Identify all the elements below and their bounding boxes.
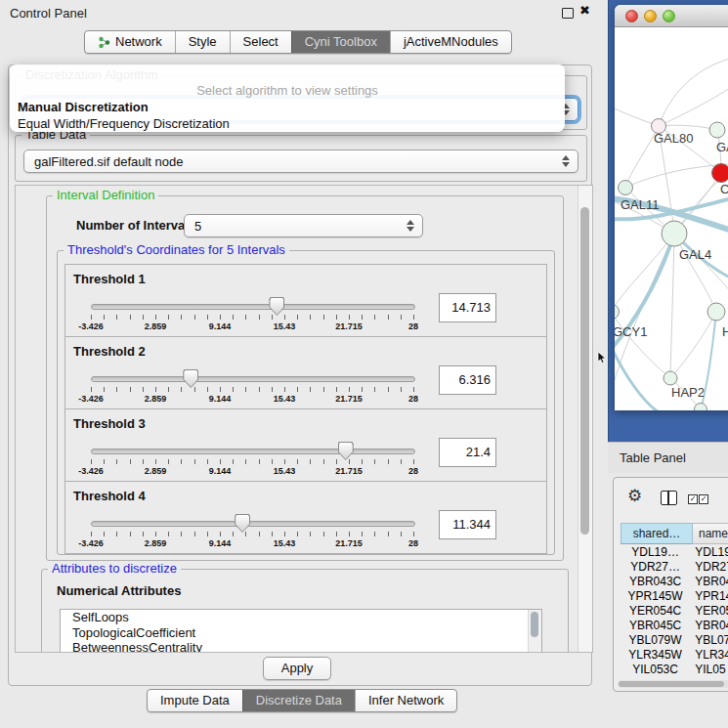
column-header-shared-name[interactable]: shared… (621, 523, 693, 544)
slider-thumb[interactable] (338, 442, 354, 460)
network-canvas[interactable]: GAL80 GA C GAL11 GAL4 GCY1 H HAP2 (615, 27, 728, 410)
threshold-1-value-field[interactable]: 14.713 (439, 293, 496, 322)
threshold-3-slider[interactable]: -3.4262.8599.14415.4321.71528 (91, 445, 413, 480)
node-top-right[interactable] (709, 122, 725, 138)
table-data-combobox[interactable]: galFiltered.sif default node (23, 150, 578, 173)
node-label: GAL11 (621, 197, 660, 212)
spinner-arrows-icon (406, 218, 415, 236)
list-item[interactable]: TopologicalCoefficient (61, 625, 541, 641)
numerical-attributes-list[interactable]: SelfLoops TopologicalCoefficient Between… (60, 609, 542, 653)
table-row[interactable]: YLR345WYLR34 (621, 648, 728, 663)
table-header-row: shared… name (621, 523, 728, 544)
node-label: GA (716, 140, 728, 154)
threshold-2-slider[interactable]: -3.4262.8599.14415.4321.71528 (91, 372, 413, 407)
node-red-selected[interactable] (712, 164, 728, 183)
table-row[interactable]: YDL19…YDL19 (621, 545, 728, 560)
apply-button[interactable]: Apply (263, 657, 331, 680)
float-window-icon[interactable] (562, 8, 574, 19)
dropdown-item-equal-width[interactable]: Equal Width/Frequency Discretization (10, 115, 565, 132)
table-row[interactable]: YIL053CYIL05 (621, 663, 728, 677)
slider-thumb[interactable] (235, 514, 250, 533)
control-panel-titlebar: Control Panel ✖ (0, 0, 596, 25)
num-intervals-value: 5 (194, 219, 201, 234)
tab-infer-network[interactable]: Infer Network (355, 690, 456, 711)
checkbox-icon[interactable]: ✓ (688, 494, 698, 504)
slider-thumb[interactable] (183, 369, 198, 388)
list-item[interactable]: BetweennessCentrality (61, 640, 541, 653)
network-window: GAL80 GA C GAL11 GAL4 GCY1 H HAP2 (615, 5, 728, 410)
table-row[interactable]: YBR043CYBR04 (621, 575, 728, 589)
settings-scrollpane: Interval Definition Number of Intervals … (15, 185, 593, 653)
threshold-4-value-field[interactable]: 11.344 (439, 510, 496, 539)
green-graph-icon (98, 36, 110, 49)
node-label: GAL4 (679, 247, 711, 262)
threshold-1-label: Threshold 1 (73, 272, 146, 286)
node-hap2[interactable] (664, 371, 677, 385)
threshold-row-4: Threshold 4 -3.4262.8599.14415.4321.7152… (64, 481, 547, 554)
threshold-3-value-field[interactable]: 21.4 (439, 438, 496, 467)
attributes-list-scrollbar[interactable] (528, 610, 541, 653)
bottom-tabs: Impute Data Discretize Data Infer Networ… (147, 689, 457, 712)
scrollbar-thumb[interactable] (580, 207, 589, 535)
table-row[interactable]: YPR145WYPR14 (621, 589, 728, 604)
node-h[interactable] (707, 303, 725, 321)
slider-track[interactable] (91, 304, 415, 310)
table-row[interactable]: YER054CYER05 (621, 604, 728, 619)
dropdown-item-manual[interactable]: Manual Discretization (10, 99, 565, 115)
mac-close-button[interactable] (625, 10, 638, 22)
combo-arrows-icon (561, 153, 571, 171)
split-view-icon[interactable] (661, 491, 677, 505)
threshold-4-label: Threshold 4 (73, 489, 146, 503)
table-row[interactable]: YDR27…YDR27 (621, 560, 728, 575)
table-panel-titlebar: Table Panel (608, 442, 728, 473)
slider-track[interactable] (91, 449, 415, 454)
gear-icon[interactable]: ⚙ (627, 488, 642, 504)
column-header-name[interactable]: name (693, 523, 728, 544)
threshold-1-slider[interactable]: -3.4262.8599.14415.4321.71528 (91, 300, 413, 335)
checkbox-icon[interactable]: ✓ (699, 494, 708, 504)
numerical-attributes-label: Numerical Attributes (57, 583, 181, 598)
mac-zoom-button[interactable] (663, 10, 675, 22)
table-rows: YDL19…YDL19YDR27…YDR27YBR043CYBR04YPR145… (621, 545, 728, 678)
list-item[interactable]: SelfLoops (61, 610, 541, 625)
tab-discretize-data[interactable]: Discretize Data (242, 690, 355, 711)
mac-minimize-button[interactable] (644, 10, 657, 22)
table-row[interactable]: YBR045CYBR04 (621, 619, 728, 633)
control-panel-tabs: Network Style Select Cyni Toolbox jActiv… (84, 30, 512, 54)
slider-thumb[interactable] (269, 297, 284, 316)
table-panel-body: ⚙ ✓ ✓ shared… name YDL19…YDL19YDR27…YDR2… (613, 477, 728, 692)
threshold-coordinates-group: Threshold's Coordinates for 5 Intervals … (57, 250, 555, 555)
panel-title: Control Panel (10, 6, 87, 21)
threshold-4-slider[interactable]: -3.4262.8599.14415.4321.71528 (91, 517, 413, 552)
tab-style[interactable]: Style (175, 31, 230, 53)
tab-jactivemnodules[interactable]: jActiveMNodules (390, 31, 511, 53)
num-intervals-spinner[interactable]: 5 (184, 214, 423, 237)
table-row[interactable]: YBL079WYBL07 (621, 633, 728, 648)
slider-track[interactable] (91, 521, 415, 527)
attributes-group: Attributes to discretize Numerical Attri… (41, 569, 569, 653)
node-gcy1[interactable] (615, 305, 620, 320)
node-gal4[interactable] (662, 221, 687, 246)
dropdown-prompt: Select algorithm to view settings (10, 82, 565, 99)
mouse-cursor (597, 351, 609, 368)
interval-definition-title: Interval Definition (53, 189, 158, 202)
threshold-2-value-field[interactable]: 6.316 (439, 365, 496, 395)
table-horizontal-scrollbar[interactable] (618, 680, 728, 688)
tab-select[interactable]: Select (230, 31, 291, 53)
cyni-toolbox-panel: Discretization Algorithm Table Data galF… (8, 64, 592, 686)
tab-cyni-toolbox[interactable]: Cyni Toolbox (291, 31, 390, 53)
threshold-row-1: Threshold 1 -3.4262.8599.14415.4321.7152… (64, 264, 547, 337)
node-gal11[interactable] (619, 181, 633, 195)
close-icon[interactable]: ✖ (579, 3, 590, 18)
settings-vertical-scrollbar[interactable] (578, 186, 592, 652)
num-intervals-label: Number of Intervals (76, 218, 195, 233)
tab-network[interactable]: Network (85, 31, 175, 53)
table-data-value: galFiltered.sif default node (34, 154, 183, 169)
tab-impute-data[interactable]: Impute Data (148, 690, 242, 711)
slider-track[interactable] (91, 376, 415, 382)
threshold-row-3: Threshold 3 -3.4262.8599.14415.4321.7152… (64, 408, 547, 482)
threshold-3-label: Threshold 3 (73, 416, 146, 431)
node-label: GAL80 (654, 131, 693, 146)
threshold-row-2: Threshold 2 -3.4262.8599.14415.4321.7152… (64, 336, 547, 409)
node-label: HAP2 (671, 385, 705, 400)
